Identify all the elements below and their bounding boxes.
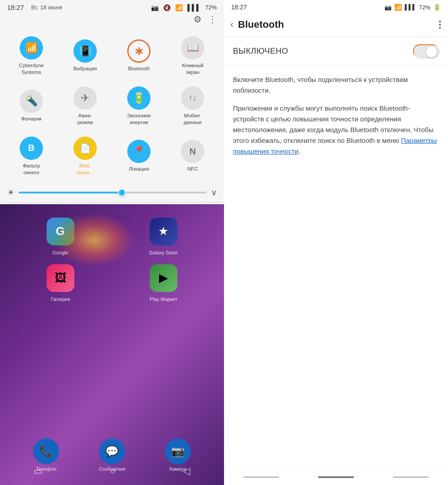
bt-back-button[interactable]: ‹ xyxy=(226,17,238,32)
status-icons-left: 📷 🔇 📶 ▌▌▌ 72% xyxy=(151,4,217,11)
tile-mobile-data[interactable]: ↑↓ Мобил.данные xyxy=(166,81,220,131)
bt-description: Включите Bluetooth, чтобы подключиться к… xyxy=(224,65,448,168)
battery-icon: 🔋 xyxy=(433,4,441,11)
wifi-tile-icon: 📶 xyxy=(20,36,43,60)
nav-line-1 xyxy=(243,476,279,478)
tile-nfc[interactable]: N NFC xyxy=(166,131,220,181)
brightness-row: ☀ ∨ xyxy=(0,185,224,200)
left-panel: 18:27 Вт, 18 июня 📷 🔇 📶 ▌▌▌ 72% ⚙ ⋮ 📶 Cy… xyxy=(0,0,224,485)
toggle-thumb xyxy=(426,47,437,57)
tile-bluetooth-label: Bluetooth xyxy=(128,65,150,72)
battery-tile-icon: 🔋 xyxy=(127,86,151,110)
tile-hotspot-label: Моб.точка… xyxy=(76,163,94,176)
battery-right: 72% xyxy=(419,4,431,11)
galaxy-label: Galaxy Store xyxy=(149,250,178,255)
tile-blue-filter-label: Фильтрсинего xyxy=(23,163,40,176)
wifi-status-icon: 📶 xyxy=(394,4,402,11)
vibration-tile-icon: 📳 xyxy=(73,39,97,63)
bluetooth-tile-icon: ∗ xyxy=(127,39,151,63)
screenshot-icon: 📷 xyxy=(151,4,159,11)
tile-vibration[interactable]: 📳 Вибрация xyxy=(58,31,112,81)
play-label: Play Маркет xyxy=(150,296,177,302)
wifi-icon: 📶 xyxy=(175,4,183,11)
tile-vibration-label: Вибрация xyxy=(73,65,97,72)
time-left: 18:27 xyxy=(7,4,24,11)
right-panel: 18:27 📷 📶 ▌▌▌ 72% 🔋 ‹ Bluetooth ВЫКЛЮЧЕН… xyxy=(224,0,448,485)
blue-filter-tile-icon: B xyxy=(20,137,43,160)
tile-battery[interactable]: 🔋 Экономияэнергии xyxy=(112,81,166,131)
book-tile-icon: 📖 xyxy=(181,36,204,60)
brightness-expand-icon[interactable]: ∨ xyxy=(211,188,217,197)
home-app-play[interactable]: ▶ Play Маркет xyxy=(150,264,177,302)
quick-tiles-grid: 📶 CyberdyneSystems 📳 Вибрация ∗ Bluetoot… xyxy=(0,27,224,185)
nav-back[interactable]: ◁ xyxy=(174,463,199,480)
hotspot-tile-icon: 📄 xyxy=(73,137,97,160)
tile-battery-label: Экономияэнергии xyxy=(127,112,151,126)
status-icons-right: 📷 📶 ▌▌▌ 72% 🔋 xyxy=(384,4,441,11)
battery-left: 72% xyxy=(205,4,217,11)
tile-wifi-label: CyberdyneSystems xyxy=(19,62,44,76)
location-tile-icon: 📍 xyxy=(127,140,151,163)
bt-desc-1: Включите Bluetooth, чтобы подключиться к… xyxy=(233,74,439,96)
flashlight-tile-icon: 🔦 xyxy=(20,90,43,113)
status-bar-right: 18:27 📷 📶 ▌▌▌ 72% 🔋 xyxy=(224,0,448,13)
tile-flashlight[interactable]: 🔦 Фонарик xyxy=(4,81,58,131)
mobile-data-tile-icon: ↑↓ xyxy=(181,86,204,110)
bt-status-row: ВЫКЛЮЧЕНО xyxy=(224,37,448,65)
home-apps-row2: 🖼 Галерея ▶ Play Маркет xyxy=(0,260,224,306)
bt-desc-2: Приложения и службы могут выполнять поис… xyxy=(233,103,439,157)
settings-row: ⚙ ⋮ xyxy=(0,13,224,27)
home-app-gallery[interactable]: 🖼 Галерея xyxy=(47,264,74,302)
home-app-galaxy[interactable]: ★ Galaxy Store xyxy=(149,218,178,255)
tile-hotspot[interactable]: 📄 Моб.точка… xyxy=(58,131,112,181)
galaxy-icon: ★ xyxy=(150,218,177,245)
nav-recents[interactable]: ▭ xyxy=(25,463,52,480)
bt-status-label: ВЫКЛЮЧЕНО xyxy=(233,47,288,56)
nav-line-3 xyxy=(393,476,429,478)
tile-mobile-data-label: Мобил.данные xyxy=(184,112,202,126)
signal-icon: ▌▌▌ xyxy=(187,4,201,11)
tile-airplane-label: Авиа-режим xyxy=(78,112,93,126)
nfc-tile-icon: N xyxy=(181,140,204,163)
tile-book-label: Книжныйэкран xyxy=(182,62,203,76)
nav-bar: ▭ ○ ◁ xyxy=(0,459,224,485)
tile-wifi[interactable]: 📶 CyberdyneSystems xyxy=(4,31,58,81)
more-icon[interactable]: ⋮ xyxy=(208,14,217,25)
bt-more-button[interactable] xyxy=(435,19,444,30)
right-nav xyxy=(224,472,448,485)
tile-nfc-label: NFC xyxy=(187,166,198,172)
status-bar-left: 18:27 Вт, 18 июня 📷 🔇 📶 ▌▌▌ 72% xyxy=(0,0,224,13)
tile-location-label: Локация xyxy=(129,166,149,172)
tile-flashlight-label: Фонарик xyxy=(21,116,42,122)
brightness-slider[interactable] xyxy=(19,192,207,193)
nav-home[interactable]: ○ xyxy=(101,463,125,480)
settings-icon[interactable]: ⚙ xyxy=(194,14,202,25)
tile-airplane[interactable]: ✈ Авиа-режим xyxy=(58,81,112,131)
home-area: G Google ★ Galaxy Store 🖼 Галерея xyxy=(0,204,224,485)
time-right: 18:27 xyxy=(231,4,247,11)
bluetooth-toggle[interactable] xyxy=(413,44,439,58)
bt-header: ‹ Bluetooth xyxy=(224,13,448,37)
tile-bluetooth[interactable]: ∗ Bluetooth xyxy=(112,31,166,81)
gallery-icon: 🖼 xyxy=(47,264,74,292)
camera-status-icon: 📷 xyxy=(384,4,392,11)
airplane-tile-icon: ✈ xyxy=(73,86,97,110)
nav-line-2 xyxy=(318,476,354,478)
tile-location[interactable]: 📍 Локация xyxy=(112,131,166,181)
gallery-label: Галерея xyxy=(51,296,70,302)
bt-desc-2-end: . xyxy=(298,147,300,155)
date-left: Вт, 18 июня xyxy=(31,4,62,11)
signal-status-icon: ▌▌▌ xyxy=(405,4,416,10)
bt-title: Bluetooth xyxy=(238,19,435,30)
tile-blue-filter[interactable]: B Фильтрсинего xyxy=(4,131,58,181)
tile-book[interactable]: 📖 Книжныйэкран xyxy=(166,31,220,81)
mute-icon: 🔇 xyxy=(163,4,171,11)
brightness-icon: ☀ xyxy=(7,188,14,197)
play-icon: ▶ xyxy=(150,264,177,292)
